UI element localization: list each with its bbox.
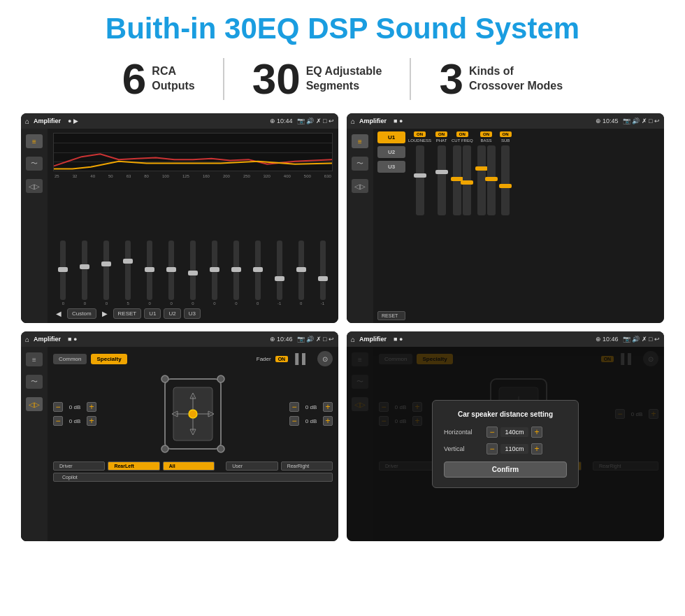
vertical-stepper: − 110cm + (486, 443, 542, 454)
fader-screen-card: ⌂ Amplifier ■ ● ⊕ 10:46 📷 🔊 ✗ □ ↩ ≡ 〜 ◁▷… (21, 331, 338, 541)
eq-slider-12: 0 (291, 241, 311, 306)
specialty-tab-btn[interactable]: Specialty (91, 354, 127, 364)
rearright-btn[interactable]: RearRight (281, 461, 333, 471)
eq-slider-13: -1 (312, 241, 333, 306)
fader-sidebar-eq[interactable]: ≡ (26, 352, 43, 366)
user-btn[interactable]: User (226, 461, 277, 471)
svg-point-4 (161, 445, 168, 452)
eq-sidebar-speaker-icon[interactable]: ◁▷ (26, 179, 43, 193)
vertical-value: 110cm (500, 444, 528, 454)
db3-minus-btn[interactable]: − (289, 402, 299, 412)
eq-prev-btn[interactable]: ◀ (53, 310, 64, 317)
crossover-spk-icon[interactable]: ◁▷ (352, 179, 368, 193)
eq-main-content: 253240 506380 100125160 200250320 400500… (48, 129, 338, 323)
car-svg (158, 372, 228, 456)
dialog-home-icon: ⌂ (351, 336, 355, 343)
fader-topbar-dots: ■ ● (68, 336, 77, 343)
phat-slider[interactable] (438, 145, 446, 215)
eq-curve-svg (54, 134, 332, 171)
crossover-topbar-time: ⊕ 10:45 (596, 117, 619, 124)
eq-sidebar-eq-icon[interactable]: ≡ (26, 134, 43, 148)
stat-eq: 30 EQ AdjustableSegments (224, 57, 410, 101)
crossover-main: U1 U2 U3 RESET ON LOUDNESS (373, 129, 664, 323)
horizontal-value: 140cm (500, 427, 528, 437)
eq-slider-8: 0 (204, 241, 224, 306)
fader-main-area: − 0 dB + − 0 dB + (53, 372, 333, 456)
stat-crossover: 3 Kinds ofCrossover Modes (411, 57, 591, 101)
vertical-plus-btn[interactable]: + (531, 443, 542, 454)
db2-minus-btn[interactable]: − (53, 416, 63, 426)
crossover-topbar-icons: 📷 🔊 ✗ □ ↩ (623, 117, 660, 124)
eq-slider-11: -1 (269, 241, 289, 306)
crossover-topbar-title: Amplifier (359, 117, 387, 124)
fader-settings-icon[interactable]: ⊙ (317, 351, 333, 366)
vertical-minus-btn[interactable]: − (486, 443, 498, 454)
car-diagram (103, 372, 282, 456)
eq-topbar-time: ⊕ 10:44 (270, 117, 293, 124)
eq-slider-2: 0 (75, 241, 95, 306)
crossover-reset-btn[interactable]: RESET (377, 311, 405, 320)
fader-tab-row: Common Specialty Fader ON ▌▌ ⊙ (53, 351, 333, 366)
bass-slider-g[interactable] (487, 145, 496, 215)
phat-label: PHAT (436, 138, 447, 143)
fader-sidebar-wave[interactable]: 〜 (26, 375, 43, 389)
rearleft-btn[interactable]: RearLeft (108, 461, 159, 471)
stat-number-crossover: 3 (439, 57, 463, 101)
fader-topbar-time: ⊕ 10:46 (270, 336, 293, 343)
eq-u3-btn[interactable]: U3 (184, 308, 201, 319)
u2-btn[interactable]: U2 (377, 146, 405, 158)
db2-plus-btn[interactable]: + (87, 416, 96, 426)
driver-btn[interactable]: Driver (53, 461, 105, 471)
cutfreq-on: ON (456, 131, 468, 137)
fader-sidebar-spk[interactable]: ◁▷ (26, 397, 43, 411)
crossover-wave-icon[interactable]: 〜 (352, 157, 368, 171)
common-tab-btn[interactable]: Common (53, 354, 87, 364)
loudness-slider[interactable] (416, 145, 424, 215)
confirm-button[interactable]: Confirm (444, 461, 567, 478)
db1-value: 0 dB (65, 404, 85, 410)
db-control-2: − 0 dB + (53, 416, 96, 426)
sub-label: SUB (501, 138, 510, 143)
fader-left-db: − 0 dB + − 0 dB + (53, 402, 96, 426)
crossover-topbar: ⌂ Amplifier ■ ● ⊕ 10:45 📷 🔊 ✗ □ ↩ (347, 113, 664, 129)
horizontal-minus-btn[interactable]: − (486, 427, 498, 438)
crossover-sidebar-icon[interactable]: ≡ (352, 134, 368, 148)
fader-right-db: − 0 dB + − 0 dB + (289, 402, 333, 426)
eq-next-btn[interactable]: ▶ (99, 310, 110, 317)
loudness-label: LOUDNESS (408, 138, 431, 143)
eq-slider-10: 0 (247, 241, 268, 306)
copilot-btn[interactable]: Copilot (53, 473, 333, 482)
u1-btn[interactable]: U1 (377, 131, 405, 143)
db4-minus-btn[interactable]: − (289, 416, 299, 426)
bass-slider-f[interactable] (477, 145, 486, 215)
db1-minus-btn[interactable]: − (53, 402, 63, 412)
eq-topbar-icons: 📷 🔊 ✗ □ ↩ (297, 117, 334, 124)
horizontal-plus-btn[interactable]: + (531, 427, 542, 438)
stats-row: 6 RCAOutputs 30 EQ AdjustableSegments 3 … (21, 57, 664, 101)
eq-u2-btn[interactable]: U2 (164, 308, 180, 319)
db4-plus-btn[interactable]: + (323, 416, 333, 426)
crossover-sidebar: ≡ 〜 ◁▷ (347, 129, 373, 323)
horizontal-stepper: − 140cm + (486, 427, 542, 438)
dialog-topbar-time: ⊕ 10:46 (596, 336, 619, 343)
crossover-home-icon: ⌂ (351, 117, 355, 125)
dialog-overlay: Car speaker distance setting Horizontal … (347, 347, 664, 541)
u3-btn[interactable]: U3 (377, 161, 405, 173)
fader-screen-body: ≡ 〜 ◁▷ Common Specialty Fader ON ▌▌ ⊙ (21, 347, 338, 541)
db1-plus-btn[interactable]: + (87, 402, 96, 412)
db3-plus-btn[interactable]: + (323, 402, 333, 412)
eq-sidebar-wave-icon[interactable]: 〜 (26, 157, 43, 171)
sub-slider[interactable] (501, 145, 510, 215)
all-btn[interactable]: All (163, 461, 215, 471)
svg-point-2 (161, 375, 168, 382)
eq-slider-4: 5 (118, 241, 138, 306)
dialog-topbar-icons: 📷 🔊 ✗ □ ↩ (623, 336, 660, 343)
dialog-vertical-row: Vertical − 110cm + (444, 443, 567, 454)
cutfreq-slider-g[interactable] (463, 145, 471, 215)
crossover-slider-groups: ON LOUDNESS ON PHAT (408, 131, 660, 320)
stat-label-eq: EQ AdjustableSegments (306, 64, 382, 94)
phat-group: ON PHAT (435, 131, 447, 320)
eq-u1-btn[interactable]: U1 (144, 308, 161, 319)
db-control-1: − 0 dB + (53, 402, 96, 412)
eq-reset-btn[interactable]: RESET (113, 308, 142, 319)
